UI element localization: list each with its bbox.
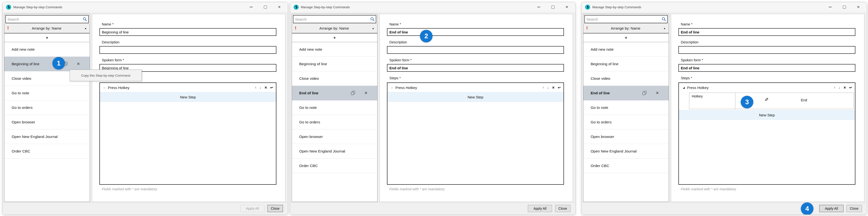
new-step-row[interactable]: New Step bbox=[679, 110, 855, 120]
new-step-row[interactable]: New Step bbox=[388, 92, 563, 102]
expander-expanded-icon[interactable]: ◢ bbox=[683, 86, 685, 89]
search-input[interactable] bbox=[584, 15, 668, 23]
hotkey-value[interactable]: End bbox=[801, 98, 807, 102]
move-step-up-icon[interactable]: ↑ bbox=[834, 86, 836, 89]
list-item[interactable]: Close video bbox=[583, 71, 669, 86]
step-row-press-hotkey[interactable]: ◢ Press Hotkey ↑ ↓ ✕ ↩ bbox=[679, 83, 855, 92]
minimize-icon[interactable] bbox=[823, 2, 837, 12]
search-input[interactable] bbox=[293, 15, 376, 23]
list-item[interactable]: Open New England Journal bbox=[4, 129, 90, 144]
list-item[interactable]: Order CBC bbox=[4, 144, 90, 158]
name-input[interactable] bbox=[387, 28, 564, 36]
close-button[interactable]: Close bbox=[846, 205, 862, 212]
list-item[interactable]: Go to note bbox=[4, 86, 90, 100]
list-item[interactable]: Beginning of line bbox=[292, 57, 377, 71]
delete-command-icon[interactable]: ✕ bbox=[656, 86, 659, 100]
move-step-down-icon[interactable]: ↓ bbox=[547, 86, 549, 89]
list-item[interactable]: Go to orders bbox=[4, 100, 90, 115]
move-step-up-icon[interactable]: ↑ bbox=[255, 86, 256, 89]
window-title: Manage Step-by-step Commands bbox=[592, 5, 641, 9]
spoken-form-input[interactable] bbox=[387, 64, 564, 72]
delete-step-icon[interactable]: ✕ bbox=[552, 86, 555, 89]
expander-collapsed-icon[interactable]: ▷ bbox=[104, 86, 106, 89]
list-item-selected[interactable]: Beginning of line ✕ bbox=[4, 57, 90, 71]
close-window-icon[interactable]: ✕ bbox=[272, 2, 286, 12]
list-item[interactable]: Open New England Journal bbox=[583, 144, 669, 158]
delete-step-icon[interactable]: ✕ bbox=[264, 86, 267, 89]
close-window-icon[interactable]: ✕ bbox=[851, 2, 865, 12]
collapse-icon[interactable]: ▲ bbox=[372, 27, 374, 30]
maximize-icon[interactable] bbox=[837, 2, 851, 12]
new-step-row[interactable]: New Step bbox=[100, 92, 276, 102]
minimize-icon[interactable] bbox=[532, 2, 546, 12]
list-item-selected[interactable]: End of line ✕ bbox=[583, 86, 669, 100]
titlebar[interactable]: Manage Step-by-step Commands ✕ bbox=[290, 2, 575, 12]
delete-command-icon[interactable]: ✕ bbox=[77, 57, 80, 71]
copy-command-icon[interactable] bbox=[643, 91, 646, 96]
add-command-button[interactable]: + bbox=[583, 33, 669, 42]
list-item[interactable]: Order CBC bbox=[292, 158, 377, 173]
search-icon[interactable] bbox=[370, 17, 375, 21]
screenshot-canvas: Manage Step-by-step Commands ✕ ! Arrange… bbox=[0, 0, 868, 216]
search-icon[interactable] bbox=[662, 17, 666, 21]
arrange-bar[interactable]: ! Arrange by: Name ▲ bbox=[292, 23, 377, 33]
list-item[interactable]: Order CBC bbox=[583, 158, 669, 173]
arrange-bar[interactable]: ! Arrange by: Name ▲ bbox=[4, 23, 90, 33]
close-window-icon[interactable]: ✕ bbox=[560, 2, 574, 12]
add-command-button[interactable]: + bbox=[292, 33, 377, 42]
window-title: Manage Step-by-step Commands bbox=[301, 5, 350, 9]
list-item[interactable]: Add new note bbox=[4, 42, 90, 57]
move-step-down-icon[interactable]: ↓ bbox=[260, 86, 261, 89]
description-input[interactable] bbox=[387, 46, 564, 54]
minimize-icon[interactable] bbox=[244, 2, 258, 12]
search-icon[interactable] bbox=[83, 17, 87, 21]
close-button[interactable]: Close bbox=[555, 205, 570, 212]
list-item[interactable]: Go to orders bbox=[583, 115, 669, 129]
description-input[interactable] bbox=[99, 46, 276, 54]
steps-box: ◢ Press Hotkey ↑ ↓ ✕ ↩ Hotkey ✎ End New … bbox=[678, 83, 856, 185]
maximize-icon[interactable] bbox=[258, 2, 272, 12]
delete-command-icon[interactable]: ✕ bbox=[364, 86, 368, 100]
add-command-button[interactable]: + bbox=[4, 33, 90, 42]
spoken-form-input[interactable] bbox=[678, 64, 856, 72]
list-item[interactable]: Add new note bbox=[583, 42, 669, 57]
list-item[interactable]: Go to note bbox=[583, 100, 669, 115]
undo-step-icon[interactable]: ↩ bbox=[558, 86, 561, 89]
name-input[interactable] bbox=[99, 28, 276, 36]
delete-step-icon[interactable]: ✕ bbox=[843, 86, 846, 89]
titlebar[interactable]: Manage Step-by-step Commands ✕ bbox=[582, 2, 867, 12]
titlebar[interactable]: Manage Step-by-step Commands ✕ bbox=[3, 2, 288, 12]
step-row-press-hotkey[interactable]: ▷ Press Hotkey ↑ ↓ ✕ ↩ bbox=[100, 83, 276, 92]
list-item[interactable]: Close video bbox=[292, 71, 377, 86]
collapse-icon[interactable]: ▲ bbox=[663, 27, 666, 30]
copy-command-icon[interactable] bbox=[351, 91, 355, 96]
list-item[interactable]: Open New England Journal bbox=[292, 144, 377, 158]
close-button[interactable]: Close bbox=[268, 205, 283, 212]
search-input[interactable] bbox=[5, 15, 89, 23]
expander-collapsed-icon[interactable]: ▷ bbox=[391, 86, 393, 89]
apply-all-button[interactable]: Apply All bbox=[528, 205, 552, 212]
list-item-selected[interactable]: End of line ✕ bbox=[292, 86, 377, 100]
list-item[interactable]: Go to orders bbox=[292, 115, 377, 129]
edit-pencil-icon[interactable]: ✎ bbox=[765, 97, 769, 102]
list-item[interactable]: Open browser bbox=[583, 129, 669, 144]
list-item[interactable]: Add new note bbox=[292, 42, 377, 57]
arrange-bar[interactable]: ! Arrange by: Name ▲ bbox=[583, 23, 669, 33]
move-step-down-icon[interactable]: ↓ bbox=[839, 86, 840, 89]
move-step-up-icon[interactable]: ↑ bbox=[542, 86, 544, 89]
list-item[interactable]: Go to note bbox=[292, 100, 377, 115]
apply-all-button[interactable]: Apply All bbox=[819, 205, 843, 212]
collapse-icon[interactable]: ▲ bbox=[84, 27, 87, 30]
maximize-icon[interactable] bbox=[546, 2, 560, 12]
list-item[interactable]: Open browser bbox=[4, 115, 90, 129]
list-item[interactable]: Beginning of line bbox=[583, 57, 669, 71]
description-input[interactable] bbox=[678, 46, 856, 54]
undo-step-icon[interactable]: ↩ bbox=[270, 86, 273, 89]
undo-step-icon[interactable]: ↩ bbox=[849, 86, 852, 89]
step-row-press-hotkey[interactable]: ▷ Press Hotkey ↑ ↓ ✕ ↩ bbox=[388, 83, 563, 92]
name-input[interactable] bbox=[678, 28, 856, 36]
hotkey-param-cell[interactable]: Hotkey bbox=[689, 93, 735, 109]
list-item[interactable]: Open browser bbox=[292, 129, 377, 144]
annotation-step-1: 1 bbox=[52, 57, 65, 69]
apply-all-button[interactable]: Apply All bbox=[240, 205, 265, 212]
